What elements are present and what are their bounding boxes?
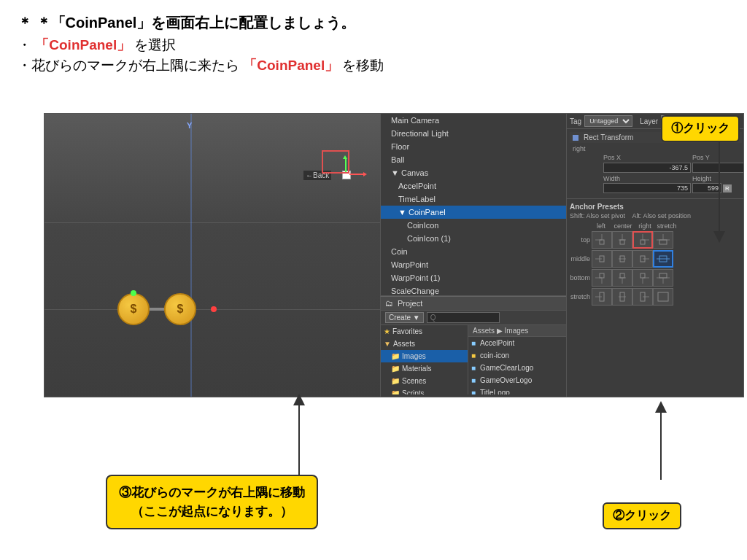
breadcrumb-bar: Assets ▶ Images — [468, 325, 566, 337]
anchor-cell-str-right[interactable] — [632, 288, 653, 306]
scene-selection-box — [322, 150, 349, 174]
anchor-row-label-top: top — [570, 236, 590, 244]
anchor-cell-top-center[interactable] — [612, 231, 632, 249]
hierarchy-item-coin[interactable]: Coin — [381, 245, 566, 258]
scene-view: Y $ $ — [44, 114, 380, 397]
top-text-area: ＊ ＊「CoinPanel」を画面右上に配置しましょう。 ・ 「CoinPane… — [0, 0, 747, 87]
r-button[interactable]: R — [723, 184, 732, 192]
screenshot-area: Y $ $ — [44, 113, 744, 397]
svg-rect-25 — [620, 273, 624, 278]
file-icon-coin: ■ — [471, 350, 476, 361]
anchor-cell-bot-stretch[interactable] — [653, 269, 673, 287]
green-indicator — [131, 290, 136, 296]
project-file-gameoverlogo[interactable]: ■ GameOverLogo — [468, 374, 566, 386]
svg-rect-2 — [600, 240, 604, 244]
red-indicator — [211, 306, 217, 312]
project-item-materials[interactable]: 📁 Materials — [381, 362, 468, 375]
project-file-coin-icon[interactable]: ■ coin-icon — [468, 349, 566, 362]
project-right-panel: Assets ▶ Images ■ AccelPoint ■ coin-icon… — [468, 325, 566, 394]
project-item-images[interactable]: 📁 Images — [381, 350, 468, 362]
project-file-accelpoint[interactable]: ■ AccelPoint — [468, 337, 566, 349]
anchor-shift-hint: Shift: Also set pivot Alt: Also set posi… — [570, 212, 742, 219]
instruction-line2: ・ 「CoinPanel」 を選択 — [18, 36, 729, 55]
hierarchy-item-canvas[interactable]: ▼ Canvas — [381, 166, 566, 179]
anchor-cell-top-stretch[interactable] — [653, 231, 673, 249]
project-item-scenes[interactable]: 📁 Scenes — [381, 375, 468, 387]
tag-select[interactable]: Untagged — [584, 115, 632, 127]
project-item-favorites[interactable]: ★ Favorites — [381, 325, 468, 338]
hierarchy-item-main-camera[interactable]: Main Camera — [381, 114, 566, 127]
rect-transform-content: right Pos X Pos Y Pos Z Width — [570, 143, 742, 195]
inspector-panel: Tag Untagged Layer UI Rect Transform ⚙ r… — [566, 114, 744, 397]
pos-y-input[interactable] — [692, 163, 744, 173]
folder-icon: 🗂 — [385, 299, 393, 308]
coin-left: $ — [117, 293, 150, 325]
project-panel-header: 🗂 Project — [381, 297, 566, 311]
anchor-cell-mid-right[interactable] — [632, 250, 653, 268]
hierarchy-item-floor[interactable]: Floor — [381, 140, 566, 153]
scripts-folder-icon: 📁 — [391, 388, 400, 394]
anchor-presets-section: Anchor Presets Shift: Also set pivot Alt… — [567, 199, 744, 308]
anchor-row-bottom: bottom — [570, 269, 742, 287]
anchor-row-stretch: stretch — [570, 288, 742, 306]
svg-rect-11 — [659, 240, 667, 244]
anchor-cell-str-left[interactable] — [592, 288, 612, 306]
coin-objects: $ $ — [117, 293, 196, 325]
hierarchy-item-coinicon[interactable]: CoinIcon — [381, 219, 566, 232]
anchor-cell-bot-center[interactable] — [612, 269, 632, 287]
anchor-cell-str-center[interactable] — [612, 288, 632, 306]
anchor-cell-mid-left[interactable] — [592, 250, 612, 268]
project-panel: 🗂 Project Create ▼ ★ Favorites ▼ Assets … — [380, 296, 566, 397]
rect-icon — [573, 135, 578, 141]
anchor-row-middle: middle — [570, 250, 742, 268]
materials-folder-icon: 📁 — [391, 363, 400, 374]
svg-rect-8 — [640, 240, 645, 244]
arrow-line-2 — [639, 400, 683, 487]
hierarchy-item-coinpanel[interactable]: ▼ CoinPanel — [381, 206, 566, 219]
anchor-col-labels: left center right stretch — [590, 222, 742, 230]
svg-rect-31 — [659, 273, 667, 278]
anchor-cell-top-left[interactable] — [592, 231, 612, 249]
anchor-presets-title: Anchor Presets — [570, 201, 742, 212]
anchor-cell-mid-stretch[interactable] — [653, 250, 673, 268]
gizmo-arrowhead-right — [363, 172, 367, 176]
svg-rect-22 — [600, 273, 604, 278]
favorites-star-icon: ★ — [384, 326, 390, 337]
file-icon-title: ■ — [471, 387, 476, 394]
anchor-cell-bot-left[interactable] — [592, 269, 612, 287]
anchor-row-label-stretch: stretch — [570, 293, 590, 300]
hierarchy-item-warppoint[interactable]: WarpPoint — [381, 258, 566, 271]
pos-x-input[interactable] — [603, 163, 691, 173]
hierarchy-item-dir-light[interactable]: Directional Light — [381, 127, 566, 140]
hierarchy-item-warppoint1[interactable]: WarpPoint (1) — [381, 271, 566, 284]
project-search-input[interactable] — [427, 312, 500, 323]
anchor-position-label: right — [573, 145, 739, 152]
callout-move3: ③花びらのマークが右上隅に移動 （ここが起点になります。） — [106, 475, 318, 529]
project-toolbar: Create ▼ — [381, 311, 566, 325]
create-dropdown[interactable]: Create ▼ — [385, 312, 424, 323]
coin-right: $ — [164, 293, 196, 325]
hierarchy-item-coinicon1[interactable]: CoinIcon (1) — [381, 232, 566, 245]
project-item-assets[interactable]: ▼ Assets — [381, 338, 468, 350]
project-item-scripts[interactable]: 📁 Scripts — [381, 387, 468, 394]
anchor-cell-str-stretch[interactable] — [653, 288, 673, 306]
transform-wh-grid: Width Height R — [573, 175, 739, 193]
anchor-cell-top-right[interactable] — [632, 231, 653, 249]
height-input[interactable] — [692, 183, 721, 193]
hierarchy-item-timelabel[interactable]: TimeLabel — [381, 192, 566, 206]
width-group: Width — [603, 175, 691, 193]
svg-rect-28 — [640, 273, 645, 278]
hierarchy-panel: Main Camera Directional Light Floor Ball… — [380, 114, 566, 296]
svg-rect-5 — [620, 240, 624, 244]
hierarchy-item-ball[interactable]: Ball — [381, 153, 566, 166]
anchor-cell-mid-center[interactable] — [612, 250, 632, 268]
file-icon-gameclear: ■ — [471, 362, 476, 373]
project-file-gameclearlogo[interactable]: ■ GameClearLogo — [468, 362, 566, 374]
project-file-titlelogo[interactable]: ■ TitleLogo — [468, 386, 566, 394]
y-axis-label: Y — [187, 121, 192, 130]
anchor-cell-bot-right[interactable] — [632, 269, 653, 287]
hierarchy-item-accelpoint[interactable]: AccelPoint — [381, 179, 566, 192]
file-icon-accelpoint: ■ — [471, 338, 476, 349]
anchor-row-top: top — [570, 231, 742, 249]
width-input[interactable] — [603, 183, 691, 193]
